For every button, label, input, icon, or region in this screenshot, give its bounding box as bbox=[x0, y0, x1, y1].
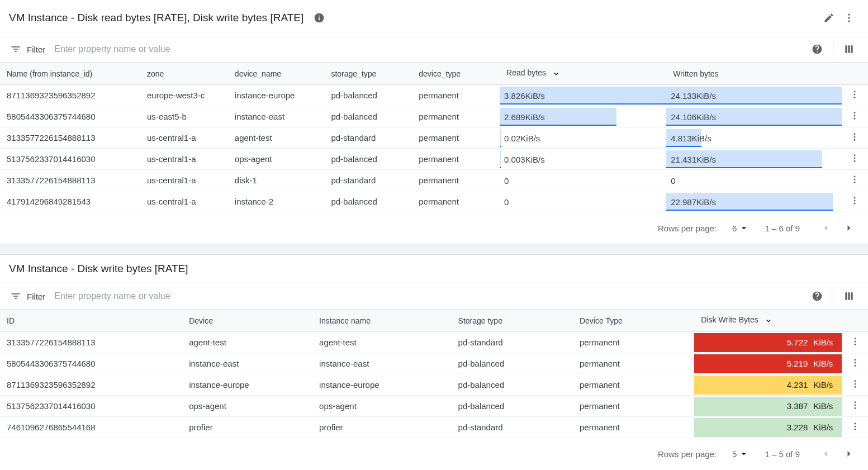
col-storage[interactable]: Storage type bbox=[452, 310, 573, 332]
cell-written-bytes: 24.133KiB/s bbox=[666, 85, 842, 106]
page-range: 1 – 5 of 9 bbox=[765, 449, 800, 459]
svg-point-21 bbox=[854, 338, 856, 339]
svg-point-35 bbox=[854, 429, 856, 430]
more-vert-icon[interactable] bbox=[839, 8, 859, 28]
cell-storage: pd-balanced bbox=[452, 353, 573, 374]
row-menu-icon[interactable] bbox=[850, 132, 860, 142]
cell-device-type: permanent bbox=[573, 353, 694, 374]
col-write-bytes[interactable]: Disk Write Bytes bbox=[694, 310, 842, 332]
svg-point-2 bbox=[848, 20, 850, 22]
card-title: VM Instance - Disk read bytes [RATE], Di… bbox=[9, 12, 303, 24]
header-row: Name (from instance_id) zone device_name… bbox=[0, 63, 868, 85]
next-page-icon[interactable] bbox=[839, 444, 859, 464]
cell-device: ops-agent bbox=[182, 396, 312, 417]
help-icon[interactable] bbox=[807, 39, 827, 59]
cell-name: 5137562337014416030 bbox=[0, 149, 140, 170]
col-instance[interactable]: Instance name bbox=[312, 310, 451, 332]
filter-bar: Filter bbox=[0, 36, 868, 63]
cell-storage: pd-standard bbox=[452, 332, 573, 353]
col-device-name[interactable]: device_name bbox=[228, 63, 325, 85]
cell-device-type: permanent bbox=[412, 191, 500, 212]
filter-list-icon[interactable] bbox=[9, 42, 22, 56]
cell-device-name: instance-east bbox=[228, 106, 325, 127]
cell-write-bytes: 3.228KiB/s bbox=[694, 417, 842, 438]
cell-storage-type: pd-standard bbox=[324, 127, 412, 149]
cell-device: instance-europe bbox=[182, 374, 312, 396]
row-menu-icon[interactable] bbox=[850, 336, 860, 346]
cell-write-bytes: 3.387KiB/s bbox=[694, 396, 842, 417]
cell-device-type: permanent bbox=[412, 127, 500, 149]
svg-point-18 bbox=[854, 197, 856, 198]
col-zone[interactable]: zone bbox=[140, 63, 228, 85]
svg-point-0 bbox=[848, 14, 850, 16]
row-menu-icon[interactable] bbox=[850, 379, 860, 389]
cell-id: 8711369323596352892 bbox=[0, 374, 182, 396]
cell-storage-type: pd-balanced bbox=[324, 106, 412, 127]
col-read-bytes[interactable]: Read bytes bbox=[500, 63, 666, 85]
filter-input[interactable] bbox=[50, 288, 240, 305]
cell-device: profier bbox=[182, 417, 312, 438]
col-name[interactable]: Name (from instance_id) bbox=[0, 63, 140, 85]
svg-point-34 bbox=[854, 426, 856, 428]
cell-written-bytes: 22.987KiB/s bbox=[666, 191, 842, 212]
svg-point-16 bbox=[854, 179, 856, 181]
prev-page-icon[interactable] bbox=[815, 218, 836, 238]
row-menu-icon[interactable] bbox=[850, 174, 860, 184]
svg-point-30 bbox=[854, 401, 856, 403]
row-menu-icon[interactable] bbox=[850, 153, 860, 163]
cell-instance: profier bbox=[312, 417, 451, 438]
row-menu-icon[interactable] bbox=[850, 89, 860, 99]
cell-storage-type: pd-balanced bbox=[324, 149, 412, 170]
arrow-down-icon bbox=[764, 317, 773, 326]
filter-list-icon[interactable] bbox=[9, 289, 22, 303]
col-device[interactable]: Device bbox=[182, 310, 312, 332]
svg-point-32 bbox=[854, 407, 856, 409]
cell-device-name: instance-europe bbox=[228, 85, 325, 106]
cell-written-bytes: 0 bbox=[666, 170, 842, 191]
columns-icon[interactable] bbox=[839, 286, 859, 306]
cell-device-type: permanent bbox=[573, 417, 694, 438]
col-device-type[interactable]: device_type bbox=[412, 63, 500, 85]
cell-storage: pd-balanced bbox=[452, 374, 573, 396]
filter-input[interactable] bbox=[50, 41, 240, 58]
cell-id: 3133577226154888113 bbox=[0, 332, 182, 353]
col-device-type[interactable]: Device Type bbox=[573, 310, 694, 332]
cell-device-type: permanent bbox=[573, 332, 694, 353]
info-icon[interactable] bbox=[309, 8, 329, 28]
paginator: Rows per page: 5 1 – 5 of 9 bbox=[0, 438, 868, 469]
cell-written-bytes: 24.106KiB/s bbox=[666, 106, 842, 127]
help-icon[interactable] bbox=[807, 286, 827, 306]
cell-name: 5805443306375744680 bbox=[0, 106, 140, 127]
cell-write-bytes: 4.231KiB/s bbox=[694, 374, 842, 396]
row-menu-icon[interactable] bbox=[850, 400, 860, 410]
col-id[interactable]: ID bbox=[0, 310, 182, 332]
col-written-bytes[interactable]: Written bytes bbox=[666, 63, 842, 85]
row-menu-icon[interactable] bbox=[850, 358, 860, 368]
cell-zone: us-central1-a bbox=[140, 170, 228, 191]
card-header: VM Instance - Disk write bytes [RATE] bbox=[0, 255, 868, 283]
row-menu-icon[interactable] bbox=[850, 421, 860, 431]
row-menu-icon[interactable] bbox=[850, 196, 860, 206]
edit-icon[interactable] bbox=[819, 8, 839, 28]
rows-per-page-select[interactable]: 6 bbox=[732, 223, 749, 233]
cell-device-type: permanent bbox=[412, 170, 500, 191]
cell-device: agent-test bbox=[182, 332, 312, 353]
cell-device-type: permanent bbox=[573, 396, 694, 417]
cell-storage-type: pd-standard bbox=[324, 170, 412, 191]
cell-write-bytes: 5.219KiB/s bbox=[694, 353, 842, 374]
cell-name: 417914296849281543 bbox=[0, 191, 140, 212]
rows-per-page-select[interactable]: 5 bbox=[732, 449, 749, 459]
card-header: VM Instance - Disk read bytes [RATE], Di… bbox=[0, 0, 868, 36]
table-row: 3133577226154888113 us-central1-a disk-1… bbox=[0, 170, 868, 191]
prev-page-icon[interactable] bbox=[815, 444, 836, 464]
svg-point-14 bbox=[854, 160, 856, 162]
cell-storage-type: pd-balanced bbox=[324, 85, 412, 106]
col-storage-type[interactable]: storage_type bbox=[324, 63, 412, 85]
cell-device-type: permanent bbox=[412, 85, 500, 106]
next-page-icon[interactable] bbox=[839, 218, 859, 238]
table-row: 3133577226154888113 agent-test agent-tes… bbox=[0, 332, 868, 353]
svg-point-26 bbox=[854, 365, 856, 367]
table-row: 5805443306375744680 instance-east instan… bbox=[0, 353, 868, 374]
row-menu-icon[interactable] bbox=[850, 111, 860, 121]
columns-icon[interactable] bbox=[839, 39, 859, 59]
